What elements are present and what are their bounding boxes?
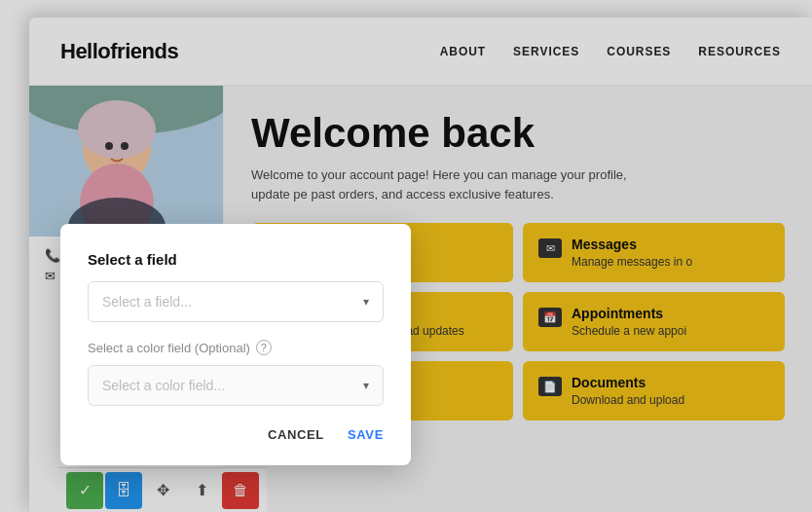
field-select-wrapper: Select a field... ▾ bbox=[88, 281, 384, 322]
help-icon[interactable]: ? bbox=[256, 340, 272, 355]
modal-dialog: Select a field Select a field... ▾ Selec… bbox=[60, 224, 411, 465]
modal-actions: CANCEL SAVE bbox=[88, 427, 384, 442]
cancel-button[interactable]: CANCEL bbox=[268, 427, 324, 442]
color-select-wrapper: Select a color field... ▾ bbox=[88, 365, 384, 406]
color-select-chevron-down-icon: ▾ bbox=[363, 379, 369, 392]
field-select[interactable]: Select a field... ▾ bbox=[88, 281, 384, 322]
color-select-placeholder: Select a color field... bbox=[102, 378, 225, 393]
color-label: Select a color field (Optional) ? bbox=[88, 340, 384, 355]
color-select[interactable]: Select a color field... ▾ bbox=[88, 365, 384, 406]
save-button[interactable]: SAVE bbox=[348, 427, 384, 442]
modal-title: Select a field bbox=[88, 251, 384, 268]
field-select-chevron-down-icon: ▾ bbox=[363, 295, 369, 309]
field-select-placeholder: Select a field... bbox=[102, 294, 192, 310]
